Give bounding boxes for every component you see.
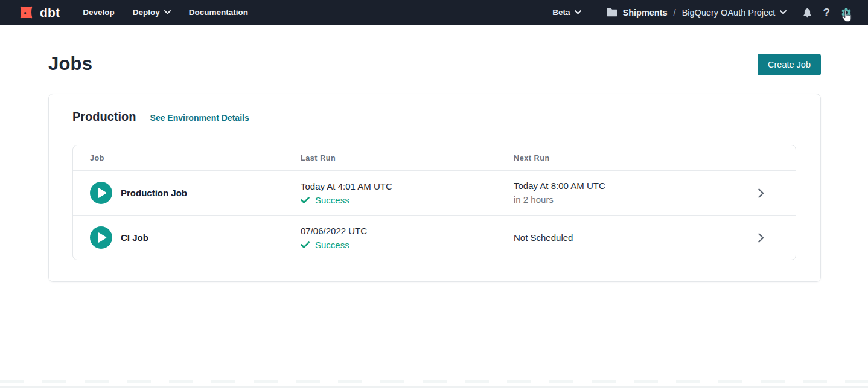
environment-card: Production See Environment Details Job L… xyxy=(48,94,821,282)
job-name: CI Job xyxy=(121,232,148,243)
project-name: BigQuery OAuth Project xyxy=(682,8,776,18)
checkmark-icon xyxy=(301,197,310,203)
nav-item-deploy[interactable]: Deploy xyxy=(133,8,171,17)
next-run-cell: Not Scheduled xyxy=(514,232,726,244)
nav-item-documentation[interactable]: Documentation xyxy=(189,8,248,17)
create-job-button[interactable]: Create Job xyxy=(758,54,821,75)
page-header: Jobs Create Job xyxy=(48,53,821,75)
run-job-play-button[interactable] xyxy=(90,182,112,204)
last-run-time: 07/06/2022 UTC xyxy=(301,225,514,237)
chevron-right-icon xyxy=(758,188,764,198)
chevron-down-icon xyxy=(780,10,787,14)
nav-item-develop[interactable]: Develop xyxy=(83,8,115,17)
environment-header: Production See Environment Details xyxy=(72,110,796,124)
next-run-relative: in 2 hours xyxy=(514,194,726,206)
primary-nav: Develop Deploy Documentation xyxy=(83,8,248,17)
help-button[interactable]: ? xyxy=(823,7,830,18)
row-open-button[interactable] xyxy=(726,188,796,198)
gear-icon xyxy=(840,7,852,19)
viewport-bottom-artifact xyxy=(0,380,868,390)
column-header-job: Job xyxy=(73,154,301,162)
job-cell: Production Job xyxy=(73,182,301,204)
job-cell: CI Job xyxy=(73,226,301,249)
main-content: Jobs Create Job Production See Environme… xyxy=(0,25,868,282)
chevron-down-icon xyxy=(164,10,171,14)
question-mark-icon: ? xyxy=(823,7,830,18)
environment-name: Production xyxy=(72,110,136,124)
dbt-logo[interactable]: dbt xyxy=(18,4,60,21)
last-run-time: Today At 4:01 AM UTC xyxy=(301,181,514,193)
notifications-button[interactable] xyxy=(802,7,812,18)
next-run-time: Today At 8:00 AM UTC xyxy=(514,180,726,192)
column-header-next-run: Next Run xyxy=(514,154,726,162)
settings-button[interactable] xyxy=(840,7,852,19)
table-row-production-job[interactable]: Production Job Today At 4:01 AM UTC Succ… xyxy=(73,170,796,215)
table-row-ci-job[interactable]: CI Job 07/06/2022 UTC Success Not Schedu… xyxy=(73,215,796,260)
status-label: Success xyxy=(315,240,349,250)
beta-label: Beta xyxy=(552,8,570,17)
jobs-table-header: Job Last Run Next Run xyxy=(73,145,796,170)
faint-dashes xyxy=(0,380,868,383)
brand-name: dbt xyxy=(40,5,60,20)
column-header-last-run: Last Run xyxy=(301,154,514,162)
last-run-cell: Today At 4:01 AM UTC Success xyxy=(301,181,514,205)
page-title: Jobs xyxy=(48,53,92,75)
next-run-cell: Today At 8:00 AM UTC in 2 hours xyxy=(514,180,726,206)
nav-icon-group: ? xyxy=(802,7,852,19)
status-label: Success xyxy=(315,195,349,205)
run-job-play-button[interactable] xyxy=(90,226,112,249)
checkmark-icon xyxy=(301,241,310,248)
row-open-button[interactable] xyxy=(726,233,796,243)
see-environment-details-link[interactable]: See Environment Details xyxy=(150,113,249,123)
project-breadcrumb[interactable]: Shipments / BigQuery OAuth Project xyxy=(607,8,787,18)
top-navbar: dbt Develop Deploy Documentation Beta Sh… xyxy=(0,0,868,25)
next-run-time: Not Scheduled xyxy=(514,232,726,244)
nav-item-label: Develop xyxy=(83,8,115,17)
bell-icon xyxy=(802,7,812,18)
nav-right-group: Beta Shipments / BigQuery OAuth Project … xyxy=(552,7,852,19)
account-name: Shipments xyxy=(622,8,667,18)
job-name: Production Job xyxy=(121,188,187,198)
breadcrumb-separator: / xyxy=(674,8,676,18)
chevron-right-icon xyxy=(758,233,764,243)
nav-item-label: Deploy xyxy=(133,8,160,17)
run-status: Success xyxy=(301,240,514,250)
last-run-cell: 07/06/2022 UTC Success xyxy=(301,225,514,250)
run-status: Success xyxy=(301,195,514,205)
faint-line xyxy=(0,386,868,388)
dbt-logo-icon xyxy=(18,4,34,21)
nav-item-label: Documentation xyxy=(189,8,248,17)
chevron-down-icon xyxy=(575,10,581,14)
jobs-table: Job Last Run Next Run Production Job Tod… xyxy=(72,145,796,260)
beta-dropdown[interactable]: Beta xyxy=(552,8,581,17)
folder-icon xyxy=(607,8,617,17)
